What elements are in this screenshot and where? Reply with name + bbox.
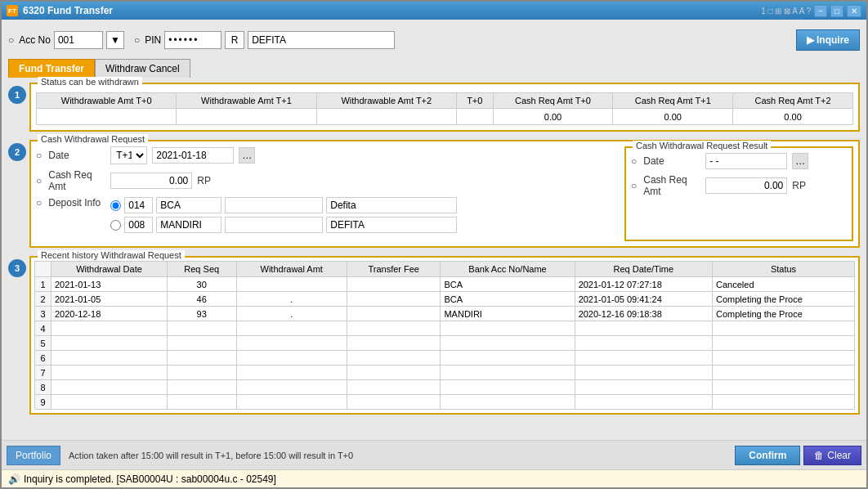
col-cash-req-t1: Cash Req Amt T+1 bbox=[613, 93, 733, 109]
pin-field: ○ PIN R bbox=[134, 31, 395, 49]
status-1: Completing the Proce bbox=[713, 292, 855, 307]
result-cash-req-row: ○ Cash Req Amt RP bbox=[631, 174, 847, 197]
pin-r-button[interactable]: R bbox=[225, 31, 244, 49]
col-req-datetime: Req Date/Time bbox=[575, 262, 712, 277]
top-bar-left: ○ Acc No ▼ ○ PIN R bbox=[8, 31, 395, 49]
acc-no-label: Acc No bbox=[19, 34, 51, 46]
title-bar-left: FT 6320 Fund Transfer bbox=[7, 5, 113, 16]
bank-acc-0: BCA bbox=[441, 277, 575, 292]
table-row: 7 bbox=[35, 366, 855, 380]
transfer-fee-1 bbox=[347, 292, 440, 307]
acc-no-input[interactable] bbox=[54, 31, 103, 49]
speaker-icon: 🔊 bbox=[8, 473, 20, 485]
bottom-actions: Confirm 🗑 Clear bbox=[735, 446, 861, 465]
section2-wrapper: 2 Cash Withdrawal Request ○ Date T+1 T+0… bbox=[8, 140, 860, 248]
col-withdraw-t2: Withdrawable Amt T+2 bbox=[316, 93, 456, 109]
deposit-info-radio: ○ bbox=[36, 197, 42, 209]
withdrawal-date-1: 2021-01-05 bbox=[51, 292, 168, 307]
result-date-input[interactable] bbox=[705, 153, 787, 169]
transfer-fee-8 bbox=[347, 395, 440, 410]
deposit-name-1[interactable] bbox=[326, 197, 457, 213]
section2-left: ○ Date T+1 T+0 T+2 … ○ Ca bbox=[36, 146, 618, 241]
result-cash-req-input[interactable] bbox=[705, 177, 787, 194]
withdrawal-amt-7 bbox=[236, 380, 347, 395]
acc-no-dropdown[interactable]: ▼ bbox=[106, 31, 124, 49]
withdrawal-date-0: 2021-01-13 bbox=[51, 277, 168, 292]
deposit-bank-1[interactable] bbox=[156, 197, 221, 213]
req-datetime-1: 2021-01-05 09:41:24 bbox=[575, 292, 712, 307]
tab-fund-transfer[interactable]: Fund Transfer bbox=[8, 59, 95, 78]
deposit-bank-2[interactable] bbox=[156, 217, 221, 233]
clear-button[interactable]: 🗑 Clear bbox=[803, 446, 861, 465]
row-num-3: 4 bbox=[35, 321, 51, 336]
close-button[interactable]: ✕ bbox=[847, 5, 861, 17]
row-num-7: 8 bbox=[35, 380, 51, 395]
col-cash-req-t0: Cash Req Amt T+0 bbox=[493, 93, 613, 109]
date-picker-button[interactable]: … bbox=[239, 147, 255, 164]
deposit-radio-2[interactable] bbox=[110, 220, 121, 231]
deposit-info-label: Deposit Info bbox=[48, 197, 105, 209]
result-date-picker-button[interactable]: … bbox=[792, 153, 808, 169]
date-label: Date bbox=[48, 150, 105, 161]
deposit-acct-1[interactable] bbox=[225, 197, 323, 213]
col-withdrawal-date: Withdrawal Date bbox=[51, 262, 168, 277]
section-cash-result: Cash Withdrawal Request Result ○ Date … … bbox=[624, 146, 853, 241]
deposit-acct-2[interactable] bbox=[225, 217, 323, 233]
col-req-seq: Req Seq bbox=[167, 262, 236, 277]
section2-inner: ○ Date T+1 T+0 T+2 … ○ Ca bbox=[36, 146, 853, 241]
status-2: Completing the Proce bbox=[713, 307, 855, 321]
bank-acc-8 bbox=[441, 395, 575, 410]
window-controls: 1 □ ⊞ ⊠ A A ? − □ ✕ bbox=[761, 5, 861, 17]
user-name-input[interactable] bbox=[248, 31, 395, 49]
deposit-radio-1[interactable] bbox=[110, 200, 121, 211]
pin-input[interactable] bbox=[164, 31, 221, 49]
row-num-1: 2 bbox=[35, 292, 51, 307]
date-row: ○ Date T+1 T+0 T+2 … bbox=[36, 146, 618, 164]
transfer-fee-6 bbox=[347, 366, 440, 380]
cash-req-input[interactable] bbox=[110, 173, 192, 189]
bottom-bar-left: Portfolio Action taken after 15:00 will … bbox=[7, 446, 353, 465]
deposit-code-2[interactable] bbox=[124, 217, 153, 233]
status-5 bbox=[713, 351, 855, 366]
portfolio-button[interactable]: Portfolio bbox=[7, 446, 60, 465]
section-status: Status can be withdrawn Withdrawable Amt… bbox=[29, 83, 860, 132]
req-datetime-8 bbox=[575, 395, 712, 410]
req-seq-6 bbox=[167, 366, 236, 380]
maximize-button[interactable]: □ bbox=[830, 5, 843, 17]
main-window: FT 6320 Fund Transfer 1 □ ⊞ ⊠ A A ? − □ … bbox=[0, 0, 868, 489]
date-input[interactable] bbox=[152, 147, 234, 164]
col-row-num bbox=[35, 262, 51, 277]
status-0: Canceled bbox=[713, 277, 855, 292]
row-num-0: 1 bbox=[35, 277, 51, 292]
bank-acc-2: MANDIRI bbox=[441, 307, 575, 321]
result-date-row: ○ Date … bbox=[631, 153, 847, 169]
transfer-fee-3 bbox=[347, 321, 440, 336]
status-6 bbox=[713, 366, 855, 380]
col-transfer-fee: Transfer Fee bbox=[347, 262, 440, 277]
col-withdrawal-amt: Withdrawal Amt bbox=[236, 262, 347, 277]
withdrawal-amt-3 bbox=[236, 321, 347, 336]
clear-icon: 🗑 bbox=[814, 450, 824, 461]
row-num-5: 6 bbox=[35, 351, 51, 366]
deposit-row-2 bbox=[110, 217, 457, 233]
table-row: 5 bbox=[35, 336, 855, 351]
inquire-button[interactable]: ▶ Inquire bbox=[796, 29, 860, 51]
deposit-name-2[interactable] bbox=[326, 217, 457, 233]
bottom-note: Action taken after 15:00 will result in … bbox=[69, 451, 353, 460]
row-num-4: 5 bbox=[35, 336, 51, 351]
section-status-title: Status can be withdrawn bbox=[38, 77, 142, 87]
app-icon: FT bbox=[7, 5, 18, 16]
result-cash-req-radio: ○ bbox=[631, 180, 637, 191]
tab-withdraw-cancel[interactable]: Withdraw Cancel bbox=[95, 59, 190, 78]
badge-2: 2 bbox=[8, 143, 26, 161]
minimize-button[interactable]: − bbox=[814, 5, 827, 17]
deposit-code-1[interactable] bbox=[124, 197, 153, 213]
inquire-arrow: ▶ bbox=[807, 34, 814, 46]
table-row: 9 bbox=[35, 395, 855, 410]
confirm-button[interactable]: Confirm bbox=[735, 446, 800, 465]
req-seq-2: 93 bbox=[167, 307, 236, 321]
date-t-select[interactable]: T+1 T+0 T+2 bbox=[110, 146, 147, 164]
val-cash-req-t1: 0.00 bbox=[613, 109, 733, 125]
transfer-fee-0 bbox=[347, 277, 440, 292]
result-date-label: Date bbox=[643, 155, 700, 167]
